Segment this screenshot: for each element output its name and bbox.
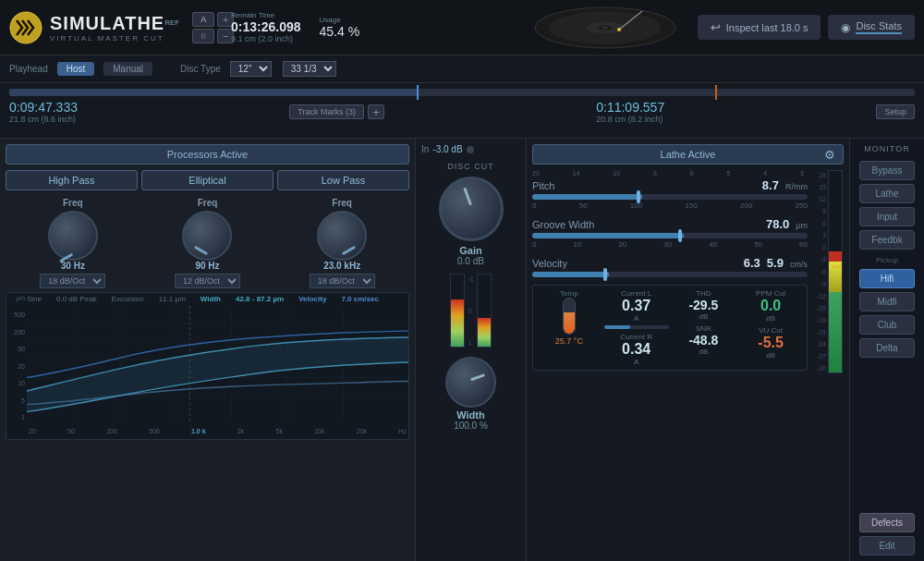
ppm-value: 0.0: [760, 298, 781, 314]
hifi-button[interactable]: Hifi: [859, 269, 915, 288]
time-right: 0:11:09.557: [596, 100, 664, 115]
scope-x-labels: 20 50 100 500 1.0 k 2k 5k 10k 20k Hz: [27, 422, 408, 439]
disc-size-select[interactable]: 12"10"7": [230, 61, 272, 77]
velocity-value1: 6.3: [744, 256, 760, 270]
hp-knob[interactable]: [48, 211, 98, 261]
knobs-row: Freq 30 Hz 18 dB/Oct12 dB/Oct6 dB/Oct Fr…: [6, 198, 409, 288]
timeline-info: 0:09:47.333 21.8 cm (8.6 inch) Track Mar…: [9, 100, 915, 124]
time-left: 0:09:47.333: [9, 100, 78, 115]
disc-cut-label: DISC CUT: [447, 162, 494, 171]
scope-sine-value: 0.0 dB Peak: [56, 295, 97, 303]
groove-width-unit: µm: [796, 221, 808, 230]
hp-dropdown[interactable]: 18 dB/Oct12 dB/Oct6 dB/Oct: [40, 274, 105, 288]
vu-cut-unit: dB: [766, 351, 775, 360]
el-dropdown[interactable]: 12 dB/Oct18 dB/Oct6 dB/Oct: [175, 274, 240, 288]
hp-knob-value: 30 Hz: [61, 261, 85, 271]
snr-value: -48.8: [688, 333, 718, 348]
club-button[interactable]: Club: [859, 315, 915, 335]
width-knob[interactable]: [445, 357, 496, 408]
groove-slider[interactable]: [532, 233, 808, 238]
el-knob[interactable]: [182, 211, 232, 261]
remain-label: Remain Time: [231, 11, 301, 19]
ppm-label: PPM Cut: [756, 289, 785, 298]
pickup-label: Pickup: [876, 256, 898, 264]
lathe-button[interactable]: Lathe: [859, 184, 915, 203]
velocity-section: Velocity 6.3 5.9 cm/s: [532, 256, 808, 277]
scope-area: µm 500 200 50 20 10 5 1 Sine 0.0 dB Peak…: [6, 292, 409, 440]
remain-time-area: Remain Time 0:13:26.098 9.1 cm (2.0 inch…: [231, 11, 301, 43]
disc-cut-panel: In -3.0 dB DISC CUT Gain 0.0 dB -1 0 1: [416, 139, 527, 561]
bypass-button[interactable]: Bypass: [859, 161, 915, 180]
hp-knob-section: Freq 30 Hz 18 dB/Oct12 dB/Oct6 dB/Oct: [13, 198, 133, 288]
logo-icon: [9, 11, 43, 44]
vinyl-preview: [513, 2, 698, 53]
low-pass-button[interactable]: Low Pass: [277, 170, 409, 190]
defects-button[interactable]: Defects: [859, 513, 915, 532]
el-knob-title: Freq: [198, 198, 218, 208]
current-r-unit: A: [634, 358, 638, 366]
current-l-unit: A: [634, 314, 638, 323]
in-label: In: [421, 144, 429, 154]
manual-button[interactable]: Manual: [103, 62, 152, 76]
gear-icon[interactable]: ⚙: [824, 148, 835, 162]
svg-point-7: [617, 28, 621, 31]
groove-section: Groove Width 78.0 µm 0102030405060: [532, 217, 808, 249]
thd-unit: dB: [699, 312, 708, 321]
usage-value: 45.4 %: [320, 24, 360, 39]
gain-knob[interactable]: [439, 177, 504, 241]
lp-knob-value: 23.0 kHz: [323, 261, 360, 271]
ab-button[interactable]: A: [192, 12, 214, 27]
groove-width-value: 78.0: [766, 217, 789, 231]
lp-dropdown[interactable]: 18 dB/Oct12 dB/Oct6 dB/Oct: [310, 274, 375, 288]
host-button[interactable]: Host: [57, 62, 95, 76]
gain-label: Gain: [459, 245, 481, 256]
delta-button[interactable]: Delta: [859, 338, 915, 358]
add-mark-button[interactable]: +: [368, 104, 384, 119]
lathe-stats: Temp 25.7 °C Current L 0.37 A: [532, 285, 808, 371]
current-l-value: 0.37: [622, 298, 650, 314]
scope-velocity-value: 7.0 cm/sec: [341, 295, 378, 303]
disc-speed-select[interactable]: 33 1/34578: [283, 61, 336, 77]
inspect-button[interactable]: ↩ Inspect last 18.0 s: [698, 15, 821, 40]
svg-point-0: [10, 12, 42, 43]
thd-value: -29.5: [688, 298, 718, 312]
elliptical-button[interactable]: Elliptical: [141, 170, 274, 190]
setup-button[interactable]: Setup: [876, 104, 915, 119]
disc-stats-button[interactable]: ◉ Disc Stats: [828, 15, 915, 40]
velocity-unit: cm/s: [790, 260, 808, 269]
high-pass-button[interactable]: High Pass: [6, 170, 138, 190]
velocity-slider[interactable]: [532, 272, 808, 277]
pitch-slider[interactable]: [532, 194, 808, 200]
ab-button2[interactable]: B: [192, 29, 214, 43]
vinyl-disc-svg: [531, 4, 679, 52]
edit-button[interactable]: Edit: [859, 536, 915, 555]
pitch-section: Pitch 8.7 R/mm 050100150200250: [532, 178, 808, 210]
ppm-unit: dB: [766, 314, 775, 323]
midfi-button[interactable]: Midfi: [859, 292, 915, 311]
timeline-track[interactable]: [9, 89, 915, 96]
time-right-sub: 20.8 cm (8.2 inch): [596, 115, 664, 124]
velocity-label: Velocity: [532, 258, 567, 269]
groove-width-label: Groove Width: [532, 219, 594, 230]
el-knob-section: Freq 90 Hz 12 dB/Oct18 dB/Oct6 dB/Oct: [147, 198, 267, 288]
scope-width-label: Width: [201, 295, 221, 303]
feedbk-button[interactable]: Feedbk: [859, 230, 915, 250]
gain-value: 0.0 dB: [457, 256, 484, 266]
track-marks-button[interactable]: Track Marks (3): [289, 104, 364, 119]
disc-stats-label: Disc Stats: [856, 20, 902, 34]
lp-knob[interactable]: [317, 211, 367, 261]
thermometer: [563, 298, 576, 335]
in-label-row: In -3.0 dB: [421, 144, 520, 154]
scope-y-labels: µm 500 200 50 20 10 5 1: [6, 293, 27, 422]
velocity-value2: 5.9: [767, 256, 784, 270]
scope-excursion-label: Excursion: [112, 295, 144, 303]
scope-width-value: 42.8 - 87.2 µm: [236, 295, 284, 303]
logo-text-area: SIMULATHEREF VIRTUAL MASTER CUT: [50, 13, 179, 43]
lathe-content: 20141086543 Pitch 8.7 R/mm: [532, 170, 844, 373]
usage-area: Usage 45.4 %: [320, 16, 360, 39]
input-button[interactable]: Input: [859, 207, 915, 226]
monitor-title: MONITOR: [864, 144, 909, 153]
current-l-label: Current L: [621, 289, 651, 298]
current-l-bar: [604, 325, 669, 329]
groove-slider-labels: 0102030405060: [532, 240, 808, 249]
